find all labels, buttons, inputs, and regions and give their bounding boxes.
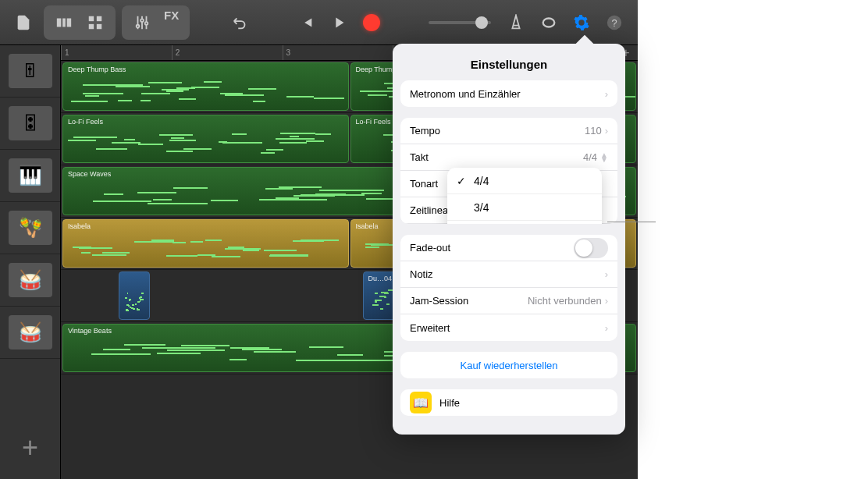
notiz-row[interactable]: Notiz › bbox=[400, 261, 617, 288]
chevron-right-icon: › bbox=[605, 322, 608, 334]
updown-icon: ▲▼ bbox=[600, 153, 608, 162]
controls-fx-pill[interactable]: FX bbox=[122, 5, 190, 40]
takt-row[interactable]: Takt 4/4▲▼ bbox=[400, 144, 617, 171]
tracks-view-icon[interactable] bbox=[81, 9, 109, 37]
region-label: Deep Thump Bass bbox=[63, 63, 348, 76]
region[interactable]: Deep Thump Bass bbox=[62, 62, 349, 111]
takt-option-label: 3/4 bbox=[474, 201, 489, 214]
popover-title: Einstellungen bbox=[400, 51, 617, 80]
add-track-button[interactable]: + bbox=[15, 432, 46, 463]
ruler-tick: 3 bbox=[283, 45, 393, 60]
track-header-deep-thump-bass[interactable]: 🎚 bbox=[0, 45, 60, 98]
instrument-icon: 🥁 bbox=[9, 315, 52, 349]
record-button[interactable] bbox=[358, 9, 386, 37]
track-header-du-04[interactable]: 🥁 bbox=[0, 254, 60, 307]
tempo-row[interactable]: Tempo 110› bbox=[400, 118, 617, 144]
takt-value: 4/4 bbox=[583, 151, 597, 163]
restore-purchase-button[interactable]: Kauf wiederherstellen bbox=[400, 352, 617, 378]
track-headers: 🎚🎛🎹🪇🥁🥁 + bbox=[0, 45, 61, 479]
jam-value: Nicht verbunden bbox=[528, 295, 602, 307]
takt-option-label: 4/4 bbox=[474, 175, 489, 187]
instrument-icon: 🎹 bbox=[9, 158, 52, 193]
fadeout-label: Fade-out bbox=[410, 242, 450, 254]
loop-button[interactable] bbox=[535, 9, 563, 37]
erweitert-row[interactable]: Erweitert › bbox=[400, 314, 617, 341]
chevron-right-icon: › bbox=[605, 125, 608, 137]
svg-rect-1 bbox=[62, 18, 66, 27]
check-icon: ✓ bbox=[457, 175, 466, 187]
region-label: Lo-Fi Feels bbox=[63, 115, 348, 128]
erweitert-label: Erweitert bbox=[410, 322, 450, 334]
region[interactable] bbox=[119, 271, 150, 320]
region-label bbox=[119, 272, 149, 277]
chevron-right-icon: › bbox=[605, 268, 608, 280]
toolbar: FX bbox=[0, 0, 638, 45]
jam-session-row[interactable]: Jam-Session Nicht verbunden› bbox=[400, 288, 617, 314]
ruler-tick: 1 bbox=[61, 45, 172, 60]
view-switcher[interactable] bbox=[44, 5, 116, 40]
chevron-right-icon: › bbox=[605, 88, 608, 100]
instrument-icon: 🎚 bbox=[9, 54, 52, 88]
region-label: Isabela bbox=[63, 220, 348, 232]
takt-option[interactable]: ✓4/4 bbox=[447, 168, 602, 194]
play-button[interactable] bbox=[325, 9, 353, 37]
my-songs-button[interactable] bbox=[9, 9, 37, 37]
track-header-space-waves[interactable]: 🎹 bbox=[0, 150, 60, 202]
svg-rect-6 bbox=[97, 23, 101, 28]
svg-point-8 bbox=[141, 19, 144, 22]
svg-text:?: ? bbox=[611, 16, 617, 28]
instrument-icon: 🥁 bbox=[9, 263, 52, 297]
metronome-label: Metronom und Einzähler bbox=[410, 88, 521, 100]
zoom-handle[interactable] bbox=[475, 16, 488, 29]
fadeout-row[interactable]: Fade-out bbox=[400, 235, 617, 261]
fadeout-toggle[interactable] bbox=[574, 238, 608, 258]
svg-point-10 bbox=[543, 18, 555, 27]
callout-line bbox=[607, 222, 656, 222]
svg-rect-0 bbox=[57, 18, 62, 27]
takt-dropdown: ✓4/43/46/8 bbox=[447, 168, 602, 224]
takt-option[interactable]: 6/8 bbox=[447, 221, 602, 224]
zoom-slider[interactable] bbox=[429, 21, 491, 24]
mixer-icon[interactable] bbox=[128, 9, 156, 37]
instrument-icon: 🪇 bbox=[9, 211, 52, 245]
ruler-tick: 2 bbox=[172, 45, 283, 60]
hilfe-row[interactable]: 📖 Hilfe bbox=[400, 389, 617, 416]
region[interactable]: Lo-Fi Feels bbox=[62, 115, 349, 163]
metronome-icon[interactable] bbox=[502, 9, 530, 37]
browser-view-icon[interactable] bbox=[50, 9, 78, 37]
hilfe-label: Hilfe bbox=[439, 397, 460, 409]
svg-rect-3 bbox=[89, 16, 94, 20]
tonart-label: Tonart bbox=[410, 178, 438, 190]
tempo-value: 110 bbox=[585, 125, 602, 137]
book-icon: 📖 bbox=[410, 392, 432, 413]
svg-rect-2 bbox=[67, 18, 72, 27]
fx-button[interactable]: FX bbox=[159, 9, 183, 37]
takt-option[interactable]: 3/4 bbox=[447, 194, 602, 221]
tempo-label: Tempo bbox=[410, 125, 440, 137]
takt-label: Takt bbox=[410, 151, 429, 163]
region[interactable]: Isabela bbox=[62, 219, 349, 268]
track-header-isabela[interactable]: 🪇 bbox=[0, 202, 60, 254]
undo-button[interactable] bbox=[226, 9, 254, 37]
svg-rect-5 bbox=[89, 23, 94, 28]
track-header-lo-fi-feels[interactable]: 🎛 bbox=[0, 98, 60, 150]
settings-popover: Einstellungen Metronom und Einzähler › T… bbox=[393, 44, 625, 435]
svg-point-7 bbox=[137, 24, 140, 27]
svg-point-9 bbox=[145, 22, 148, 25]
svg-rect-4 bbox=[97, 16, 101, 20]
zeitlineal-label: Zeitlineal bbox=[410, 204, 450, 216]
jam-label: Jam-Session bbox=[410, 295, 468, 307]
help-button[interactable]: ? bbox=[600, 9, 628, 37]
restore-label: Kauf wiederherstellen bbox=[460, 360, 557, 371]
notiz-label: Notiz bbox=[410, 268, 433, 280]
track-header-vintage-beats[interactable]: 🥁 bbox=[0, 307, 60, 359]
instrument-icon: 🎛 bbox=[9, 106, 52, 140]
settings-button[interactable] bbox=[567, 9, 596, 37]
chevron-right-icon: › bbox=[605, 295, 608, 307]
metronome-row[interactable]: Metronom und Einzähler › bbox=[400, 80, 617, 107]
rewind-button[interactable] bbox=[292, 9, 320, 37]
